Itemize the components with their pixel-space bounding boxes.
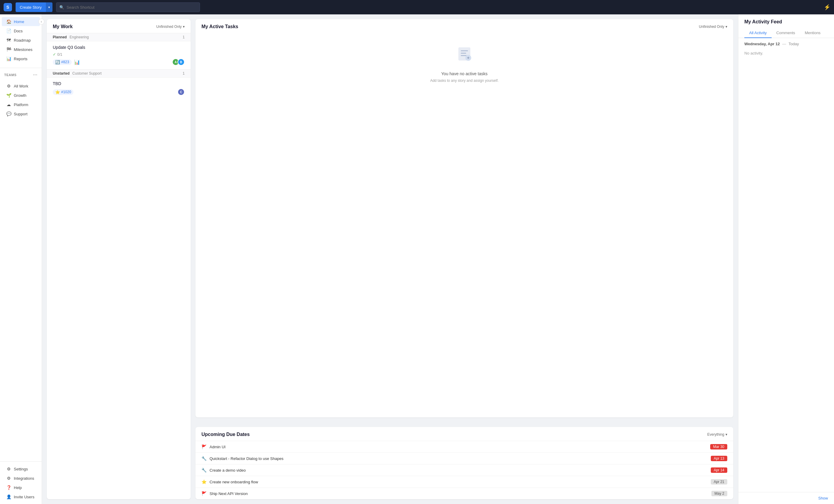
sidebar-item-help[interactable]: ❓ Help [2,483,40,492]
sidebar-item-reports-label: Reports [14,56,27,61]
due-dates-title: Upcoming Due Dates [201,432,250,437]
content-area: My Work Unfinished Only ▾ Planned Engine… [42,15,738,504]
due-badge-1: Apr 13 [711,456,727,461]
section-team-support: Customer Support [72,71,101,75]
due-badge-3: Apr 21 [711,479,727,484]
sidebar-item-docs[interactable]: 📄 Docs [2,26,40,36]
topnav-right: ⚡ [824,4,830,10]
teams-label: Teams [4,73,17,77]
sidebar-item-growth-label: Growth [14,93,26,98]
my-work-filter-chevron: ▾ [183,25,185,29]
empty-tasks-subtitle: Add tasks to any story and assign yourse… [430,78,499,83]
tab-comments[interactable]: Comments [772,28,800,38]
active-tasks-panel: My Active Tasks Unfinished Only ▾ [195,19,733,417]
section-planned: Planned Engineering 1 [47,33,191,41]
section-state-unstarted: Unstarted [53,71,69,75]
sidebar-item-reports[interactable]: 📊 Reports [2,54,40,63]
help-icon: ❓ [6,485,12,490]
activity-date-header: Wednesday, Apr 12 — Today [738,38,834,49]
sidebar-item-roadmap-label: Roadmap [14,38,30,43]
my-work-title: My Work [53,24,72,29]
sidebar-item-support[interactable]: 💬 Support [2,109,40,118]
chart-icon: 📊 [74,59,80,65]
section-state-planned: Planned [53,35,67,39]
due-flag-4: 🚩 [201,491,206,496]
sidebar-item-home[interactable]: 🏠 Home [2,17,40,26]
tab-all-activity[interactable]: All Activity [744,28,772,38]
sidebar-main-nav: 🏠 Home 📄 Docs 🗺 Roadmap 🏁 Milestones 📊 R… [0,15,42,66]
activity-show-more-button[interactable]: Show [738,492,834,504]
my-work-filter-label: Unfinished Only [156,25,182,29]
sidebar-item-docs-label: Docs [14,29,23,33]
create-story-button[interactable]: Create Story [16,2,46,12]
section-planned-count: 1 [182,35,185,39]
section-team-engineering: Engineering [69,35,89,39]
sidebar-item-help-label: Help [14,485,22,490]
search-bar[interactable]: 🔍 [56,2,200,12]
sidebar-item-platform-label: Platform [14,102,28,107]
sidebar-item-integrations-label: Integrations [14,476,34,481]
my-work-filter-button[interactable]: Unfinished Only ▾ [156,25,185,29]
story-tag-1020[interactable]: ⭐ #1020 [53,89,73,95]
due-badge-4: May 2 [711,491,727,496]
milestones-icon: 🏁 [6,47,12,52]
search-input[interactable] [67,5,197,9]
sidebar-item-milestones-label: Milestones [14,47,32,52]
sidebar-collapse-button[interactable]: ‹ [38,19,44,25]
activity-date: Wednesday, Apr 12 [744,42,780,46]
story-meta-1: 🔄 #823 📊 A B [53,59,185,66]
empty-tasks-title: You have no active tasks [441,71,487,76]
svg-rect-3 [461,55,467,56]
create-story-dropdown-button[interactable]: ▾ [46,2,52,12]
sidebar-item-invite-label: Invite Users [14,495,35,499]
active-tasks-filter-button[interactable]: Unfinished Only ▾ [699,25,727,29]
due-item-0[interactable]: 🚩 Admin UI Mar 30 [195,441,733,453]
due-name-0: Admin UI [210,445,707,449]
sidebar-item-settings[interactable]: ⚙ Settings [2,464,40,474]
settings-icon: ⚙ [6,466,12,471]
sidebar-item-integrations[interactable]: ⚙ Integrations [2,474,40,483]
topnav: S Create Story ▾ 🔍 ⚡ [0,0,834,15]
teams-more-button[interactable]: ··· [33,72,38,77]
due-item-3[interactable]: ⭐ Create new onboarding flow Apr 21 [195,476,733,487]
due-item-1[interactable]: 🔧 Quickstart - Refactor Dialog to use Sh… [195,453,733,464]
due-flag-2: 🔧 [201,468,206,473]
growth-icon: 🌱 [6,93,12,98]
avatars-1: A B [172,59,185,66]
sidebar-item-allwork[interactable]: ⚙ All Work [2,82,40,91]
activity-feed-title: My Activity Feed [744,19,828,25]
main-layout: 🏠 Home 📄 Docs 🗺 Roadmap 🏁 Milestones 📊 R… [0,15,834,504]
sidebar-item-invite[interactable]: 👤 Invite Users [2,492,40,501]
story-tag-823[interactable]: 🔄 #823 [53,59,72,65]
due-badge-0: Mar 30 [710,444,727,450]
sidebar-item-growth[interactable]: 🌱 Growth [2,91,40,100]
sidebar-item-platform[interactable]: ☁ Platform [2,100,40,109]
due-flag-3: ⭐ [201,479,206,484]
activity-date-dash: — [782,42,786,46]
sidebar-item-roadmap[interactable]: 🗺 Roadmap [2,36,40,45]
lightning-icon[interactable]: ⚡ [824,4,830,10]
tab-mentions[interactable]: Mentions [800,28,825,38]
story-tag-label: #823 [61,60,69,64]
activity-feed-panel: My Activity Feed All Activity Comments M… [738,15,834,504]
due-item-2[interactable]: 🔧 Create a demo video Apr 14 [195,464,733,476]
due-dates-filter-label: Everything [707,432,724,437]
due-name-3: Create new onboarding flow [210,480,708,484]
invite-icon: 👤 [6,495,12,499]
sidebar-bottom: ⚙ Settings ⚙ Integrations ❓ Help 👤 Invit… [0,461,42,504]
platform-icon: ☁ [6,102,12,107]
support-icon: 💬 [6,112,12,116]
reports-icon: 📊 [6,56,12,61]
due-dates-filter-button[interactable]: Everything ▾ [707,432,727,437]
section-planned-label: Planned Engineering [53,35,89,39]
active-tasks-filter-label: Unfinished Only [699,25,724,29]
integrations-icon: ⚙ [6,476,12,481]
section-unstarted-count: 1 [182,71,185,75]
activity-feed-header: My Activity Feed All Activity Comments M… [738,15,834,38]
due-dates-panel: Upcoming Due Dates Everything ▾ 🚩 Admin … [195,427,733,499]
due-item-4[interactable]: 🚩 Ship Next API Version May 2 [195,487,733,499]
allwork-icon: ⚙ [6,84,12,88]
story-update-q3-title: Update Q3 Goals [53,45,185,50]
avatar-2: B [177,59,185,66]
sidebar-item-milestones[interactable]: 🏁 Milestones [2,45,40,54]
